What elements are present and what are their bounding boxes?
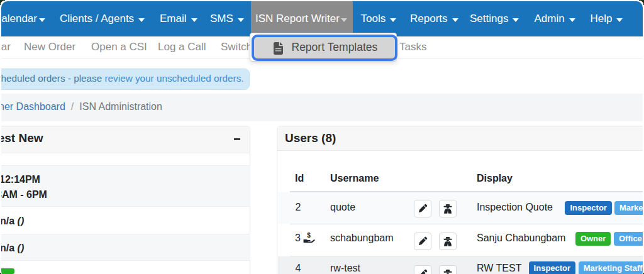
svg-text:$: $ bbox=[307, 232, 311, 239]
